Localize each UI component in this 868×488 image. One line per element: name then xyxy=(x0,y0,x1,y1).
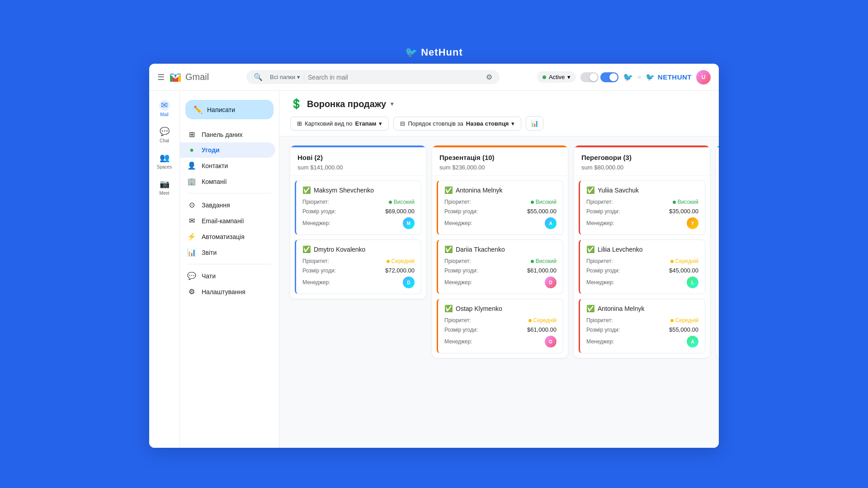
table-row[interactable]: ✅ Maksym Shevchenko Пріоритет: Високий xyxy=(295,180,421,235)
view-selector-button[interactable]: ⊞ Картковий вид по Етапам ▾ xyxy=(290,117,389,131)
manager-label: Менеджер: xyxy=(444,338,472,345)
priority-badge: Високий xyxy=(531,199,557,205)
check-icon: ✅ xyxy=(444,186,453,194)
content-area: 💲 Воронка продажу ▾ ⊞ Картковий вид по Е… xyxy=(279,91,719,448)
deals-label: Угоди xyxy=(202,146,220,154)
amount-value: $61,000.00 xyxy=(527,326,557,333)
toggle-knob-1 xyxy=(590,73,598,81)
nav-item-reports[interactable]: 📊 Звіти xyxy=(180,244,275,260)
table-row[interactable]: ✅ Liliia Levchenko Пріоритет: Середній xyxy=(579,239,705,294)
rail-item-chat[interactable]: 💬 Chat xyxy=(149,122,179,147)
contacts-icon: 👤 xyxy=(187,161,196,170)
sort-selector-button[interactable]: ⊟ Порядок стовпців за Назва стовпця ▾ xyxy=(393,117,521,131)
nav-item-companies[interactable]: 🏢 Компанії xyxy=(180,174,275,189)
check-icon: ✅ xyxy=(444,305,453,313)
gmail-g-icon xyxy=(168,70,183,84)
table-row[interactable]: ✅ Antonina Melnyk Пріоритет: Середній xyxy=(579,299,705,353)
priority-badge: Високий xyxy=(389,199,415,205)
amount-row: Розмір угоди: $55,000.00 xyxy=(586,326,698,333)
column-header-negotiation: Переговори (3) sum $80,000.00 xyxy=(574,145,710,176)
column-cards-presentation: ✅ Antonina Melnyk Пріоритет: Високий xyxy=(432,176,568,358)
kanban-column-won: Виграні (3) sum $150,000.00 ✅ Dmytro Kol… xyxy=(716,145,719,358)
table-row[interactable]: ✅ Dariia Tkachenko Пріоритет: Високий xyxy=(437,239,563,294)
priority-badge: Середній xyxy=(387,258,415,264)
chart-view-button[interactable]: 📊 xyxy=(526,116,543,131)
amount-value: $35,000.00 xyxy=(669,208,698,215)
nav-item-deals[interactable]: ● Угоди xyxy=(180,142,275,158)
main-area: ✉ Mail 💬 Chat 👥 Spaces 📷 Meet xyxy=(149,91,719,448)
toggle-switch-1[interactable] xyxy=(580,72,599,82)
priority-value: Високий xyxy=(536,258,557,264)
compose-label: Написати xyxy=(207,106,235,113)
nav-item-contacts[interactable]: 👤 Контакти xyxy=(180,158,275,174)
manager-avatar: D xyxy=(403,277,415,288)
toggle-switch-2[interactable] xyxy=(600,72,618,82)
person-name: Yuliia Savchuk xyxy=(598,187,639,194)
manager-label: Менеджер: xyxy=(586,220,614,226)
compose-button[interactable]: ✏️ Написати xyxy=(185,100,274,119)
manager-label: Менеджер: xyxy=(444,220,472,226)
nav-item-settings[interactable]: ⚙ Налаштування xyxy=(180,284,275,300)
manager-label: Менеджер: xyxy=(302,220,330,226)
gmail-logo: Gmail xyxy=(168,70,209,84)
amount-label: Розмір угоди: xyxy=(444,208,478,215)
companies-label: Компанії xyxy=(202,178,227,185)
rail-item-mail[interactable]: ✉ Mail xyxy=(149,96,179,121)
priority-label: Пріоритет: xyxy=(444,317,471,324)
amount-value: $55,000.00 xyxy=(669,326,698,333)
table-row[interactable]: ✅ Antonina Melnyk Пріоритет: Високий xyxy=(437,180,563,235)
column-sum-presentation: sum $236,000.00 xyxy=(439,164,561,171)
filter-icon[interactable]: ⚙ xyxy=(486,73,492,81)
page-logo-text: NetHunt xyxy=(421,47,463,58)
manager-row: Менеджер: A xyxy=(586,336,698,347)
top-bar: ☰ Gmail 🔍 xyxy=(149,64,719,91)
amount-row: Розмір угоди: $69,000.00 xyxy=(302,208,415,215)
hamburger-menu[interactable]: ☰ xyxy=(157,72,165,82)
tasks-icon: ⊙ xyxy=(187,201,196,209)
view-label: Картковий вид по xyxy=(305,120,352,127)
rail-item-meet[interactable]: 📷 Meet xyxy=(149,175,179,199)
manager-avatar: L xyxy=(687,277,698,288)
nav-item-chats[interactable]: 💬 Чати xyxy=(180,268,275,284)
column-sum-new: sum $141,000.00 xyxy=(297,164,419,171)
nav-item-campaigns[interactable]: ✉ Email-кампанії xyxy=(180,213,275,229)
amount-value: $72,000.00 xyxy=(385,267,415,274)
folder-selector[interactable]: Всі папки ▾ xyxy=(266,73,304,81)
priority-badge: Середній xyxy=(528,317,557,324)
search-input[interactable] xyxy=(308,74,482,81)
card-name: ✅ Antonina Melnyk xyxy=(586,305,698,313)
nav-item-dashboard[interactable]: ⊞ Панель даних xyxy=(180,127,275,142)
nav-divider-1 xyxy=(187,193,272,193)
priority-value: Середній xyxy=(533,317,557,324)
amount-row: Розмір угоди: $45,000.00 xyxy=(586,267,698,274)
check-icon: ✅ xyxy=(444,245,453,253)
search-bar[interactable]: 🔍 Всі папки ▾ ⚙ xyxy=(246,70,500,84)
title-dropdown-icon[interactable]: ▾ xyxy=(391,101,393,107)
active-status-badge[interactable]: Active ▾ xyxy=(537,71,576,83)
priority-dot-medium xyxy=(528,319,532,322)
spaces-label: Spaces xyxy=(157,164,172,169)
top-bar-right: Active ▾ 🐦 🐦 NETHUNT U xyxy=(537,70,711,84)
manager-row: Менеджер: O xyxy=(444,336,557,347)
manager-avatar: M xyxy=(403,217,415,229)
meet-icon: 📷 xyxy=(159,178,170,189)
reports-icon: 📊 xyxy=(187,248,196,257)
kanban-column-negotiation: Переговори (3) sum $80,000.00 ✅ Yuliia S… xyxy=(574,145,710,358)
dashboard-label: Панель даних xyxy=(202,131,243,138)
person-name: Antonina Melnyk xyxy=(456,187,503,194)
page-title: Воронка продажу xyxy=(307,99,386,109)
nav-item-tasks[interactable]: ⊙ Завдання xyxy=(180,197,275,213)
priority-dot-medium xyxy=(670,260,674,263)
table-row[interactable]: ✅ Ostap Klymenko Пріоритет: Середній xyxy=(437,299,563,353)
nav-item-automation[interactable]: ⚡ Автоматизація xyxy=(180,229,275,244)
table-row[interactable]: ✅ Dmytro Kovalenko Пріоритет: Середній xyxy=(295,239,421,294)
toggle-knob-2 xyxy=(609,73,618,81)
table-row[interactable]: ✅ Yuliia Savchuk Пріоритет: Високий xyxy=(579,180,705,235)
priority-row: Пріоритет: Високий xyxy=(302,199,415,205)
priority-row: Пріоритет: Високий xyxy=(586,199,698,205)
user-avatar[interactable]: U xyxy=(696,70,711,84)
amount-row: Розмір угоди: $72,000.00 xyxy=(302,267,415,274)
priority-dot-high xyxy=(531,260,534,263)
sort-label: Порядок стовпців за xyxy=(408,120,463,127)
rail-item-spaces[interactable]: 👥 Spaces xyxy=(149,149,179,173)
